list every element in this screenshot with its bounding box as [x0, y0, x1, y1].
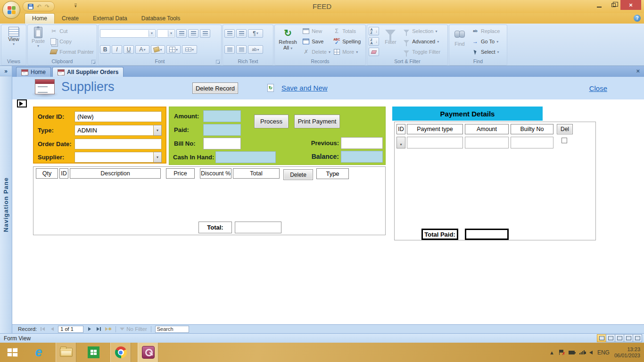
type-column-button[interactable]: Type: [316, 168, 349, 179]
filter-button[interactable]: Filter: [381, 26, 400, 57]
spelling-button[interactable]: ABC✓Spelling: [331, 37, 364, 46]
find-button[interactable]: Find: [451, 26, 469, 57]
ribbon-tab-external-data[interactable]: External Data: [86, 14, 134, 24]
highlight-button[interactable]: ab▾: [248, 45, 263, 54]
amount-field[interactable]: [203, 110, 241, 122]
balance-field[interactable]: [341, 151, 383, 163]
clipboard-dialog-launcher-icon[interactable]: [91, 60, 96, 64]
office-button[interactable]: [2, 1, 20, 19]
new-record-button[interactable]: New: [301, 27, 330, 36]
save-and-new-link[interactable]: Save and New: [281, 84, 328, 92]
show-hidden-icons-button[interactable]: ▲: [549, 350, 554, 355]
delete-item-button[interactable]: Delete: [283, 169, 313, 180]
refresh-all-button[interactable]: ↻ Refresh All ▾: [276, 26, 299, 57]
last-record-button[interactable]: [95, 326, 102, 332]
more-button[interactable]: More▾: [331, 48, 364, 57]
previous-record-button[interactable]: [49, 326, 56, 332]
start-button[interactable]: [2, 343, 23, 362]
doc-tab-home[interactable]: Home: [16, 67, 51, 77]
ribbon-tab-create[interactable]: Create: [55, 14, 86, 24]
clear-sort-button[interactable]: [369, 48, 379, 56]
advanced-filter-button[interactable]: Advanced▾: [401, 37, 446, 46]
order-id-field[interactable]: [74, 111, 162, 122]
first-record-button[interactable]: [39, 326, 46, 332]
windows-store-button[interactable]: [83, 343, 104, 362]
undo-icon[interactable]: ↶: [37, 3, 41, 10]
redo-icon[interactable]: ↷: [45, 3, 50, 10]
increase-indent-button[interactable]: [236, 29, 247, 38]
form-view-button[interactable]: [597, 334, 606, 342]
next-record-button[interactable]: [86, 326, 93, 332]
text-direction-button[interactable]: ¶▾: [248, 29, 263, 38]
file-explorer-button[interactable]: [56, 343, 76, 362]
align-center-button[interactable]: [188, 29, 198, 38]
supplier-combobox[interactable]: [74, 152, 154, 163]
process-button[interactable]: Process: [254, 115, 289, 128]
minimize-button[interactable]: [592, 0, 606, 10]
pd-del-checkbox[interactable]: [561, 138, 567, 143]
close-form-link[interactable]: Close: [589, 84, 607, 92]
pd-amount-field[interactable]: [465, 137, 509, 148]
power-icon[interactable]: [569, 351, 575, 354]
underline-button[interactable]: U: [124, 45, 134, 54]
internet-explorer-button[interactable]: e: [28, 343, 49, 362]
new-record-button[interactable]: ✱: [105, 326, 112, 332]
pd-del-button[interactable]: Del: [557, 124, 573, 134]
ribbon-tab-home[interactable]: Home: [25, 13, 55, 24]
doc-tab-all-supplier-orders[interactable]: All Supplier Orders: [52, 67, 124, 77]
help-button[interactable]: ?: [634, 15, 641, 22]
align-left-button[interactable]: [176, 29, 187, 38]
cut-button[interactable]: ✂Cut: [49, 27, 95, 36]
save-icon[interactable]: [28, 4, 33, 9]
language-indicator[interactable]: ENG: [597, 349, 610, 356]
supplier-dropdown-icon[interactable]: ▾: [154, 152, 162, 163]
record-search-input[interactable]: [155, 326, 189, 333]
totals-button[interactable]: ΣTotals: [331, 27, 364, 36]
goto-button[interactable]: →Go To▾: [470, 37, 505, 46]
font-name-combobox[interactable]: ▾: [100, 29, 156, 38]
volume-icon[interactable]: [589, 351, 593, 354]
gridlines-button[interactable]: ▾: [166, 45, 181, 54]
pd-payment-type-field[interactable]: [407, 137, 463, 148]
italic-button[interactable]: I: [112, 45, 122, 54]
close-button[interactable]: ×: [620, 0, 641, 10]
save-record-button[interactable]: Save: [301, 37, 330, 46]
font-color-button[interactable]: A▾: [135, 45, 149, 54]
paid-field[interactable]: [203, 124, 241, 136]
pivottable-view-button[interactable]: [615, 334, 624, 342]
font-dialog-launcher-icon[interactable]: [216, 60, 220, 64]
delete-record-ribbon-button[interactable]: ✗Delete▾: [301, 48, 330, 57]
total-paid-field[interactable]: [465, 229, 509, 240]
action-center-icon[interactable]: ✗: [559, 350, 564, 355]
paste-button[interactable]: Paste ▾: [29, 26, 47, 57]
expand-navigation-pane-button[interactable]: »: [0, 66, 12, 76]
customize-qat-icon[interactable]: ▾: [74, 4, 77, 8]
items-total-field[interactable]: [235, 222, 281, 233]
print-payment-button[interactable]: Print Payment: [294, 115, 340, 128]
record-position[interactable]: 1 of 1: [58, 326, 83, 333]
access-taskbar-button[interactable]: [138, 343, 158, 362]
clock[interactable]: 13:23 06/01/2023: [614, 346, 640, 359]
chrome-button[interactable]: [110, 343, 131, 362]
copy-button[interactable]: Copy: [49, 37, 95, 46]
restore-button[interactable]: [606, 0, 620, 10]
previous-field[interactable]: [341, 137, 383, 149]
toggle-filter-button[interactable]: Toggle Filter: [401, 48, 446, 57]
select-button[interactable]: Select▾: [470, 48, 505, 57]
type-combobox[interactable]: [74, 125, 154, 136]
no-filter-button[interactable]: No Filter: [120, 326, 147, 332]
record-selector[interactable]: [17, 99, 27, 107]
order-date-field[interactable]: [74, 139, 162, 149]
view-button[interactable]: View ▾: [3, 26, 25, 57]
font-size-combobox[interactable]: ▾: [157, 29, 175, 38]
format-painter-button[interactable]: Format Painter: [49, 48, 95, 57]
ribbon-tab-database-tools[interactable]: Database Tools: [134, 14, 188, 24]
network-icon[interactable]: [579, 350, 585, 354]
bill-no-field[interactable]: [203, 138, 241, 149]
type-dropdown-icon[interactable]: ▾: [154, 125, 162, 136]
numbered-list-button[interactable]: [224, 45, 235, 54]
decrease-indent-button[interactable]: [224, 29, 235, 38]
datasheet-view-button[interactable]: [606, 334, 615, 342]
cash-in-hand-field[interactable]: [215, 151, 276, 163]
close-document-icon[interactable]: ×: [636, 68, 640, 74]
